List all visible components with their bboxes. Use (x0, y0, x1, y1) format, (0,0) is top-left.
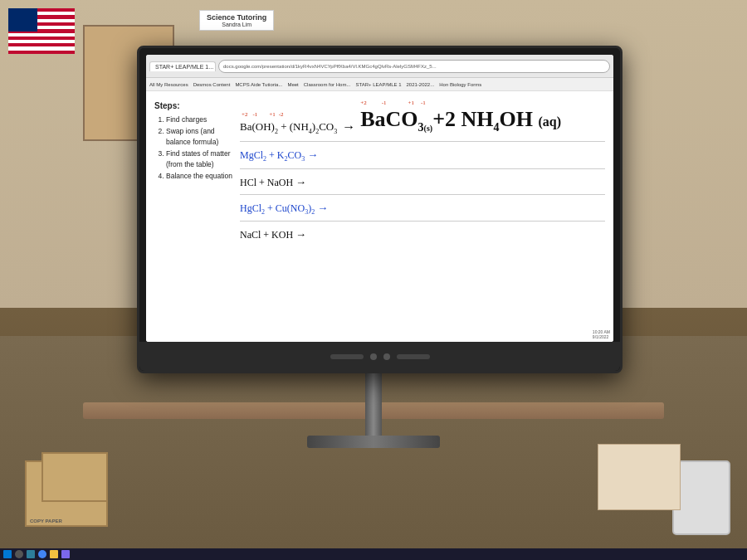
step-1: Find charges (166, 114, 233, 126)
stand-pole (365, 373, 382, 440)
main-equation-section: +2 -1 +1 -2 Ba(OH)2 + (NH4)2CO3 → (240, 100, 605, 134)
step-2: Swap ions (and balance formula) (166, 126, 233, 149)
url-text: docs.google.com/presentation/d/1kyR4vxN4… (223, 64, 437, 69)
charge-nh4oh-nh4: +1 (408, 100, 414, 106)
equation-1: MgCl2 + K2CO3 → (240, 141, 605, 168)
edge-icon[interactable] (27, 550, 35, 558)
reactant-formula: Ba(OH)2 + (NH4)2CO3 (240, 120, 337, 133)
smartboard-screen: STAR+ LEAP/MLE 1... docs.google.com/pres… (146, 55, 613, 342)
student-desk (598, 444, 681, 510)
equation-2-arrow: → (295, 176, 306, 188)
tutoring-sign-text: Science Tutoring (207, 13, 266, 22)
url-bar[interactable]: docs.google.com/presentation/d/1kyR4vxN4… (218, 60, 610, 73)
bookmark-8[interactable]: Hon Biology Forms (439, 82, 481, 87)
smartboard-bottom-bar (139, 342, 620, 371)
menu-button[interactable] (383, 353, 390, 360)
bookmark-1[interactable]: All My Resources (149, 82, 188, 87)
equation-4: NaCl + KOH → (240, 221, 605, 246)
search-taskbar-icon[interactable] (15, 550, 23, 558)
timestamp: 10:20 AM 9/1/2022 (593, 329, 610, 339)
browser-tab[interactable]: STAR+ LEAP/MLE 1... (149, 61, 216, 71)
product-section: +2 -1 +1 -1 BaCO3(s)+2 NH4OH (aq) (360, 100, 561, 134)
teams-icon[interactable] (61, 550, 70, 558)
speaker-right (397, 354, 430, 359)
bookmarks-bar: All My Resources Desmos Content MCPS Aid… (146, 78, 613, 91)
main-arrow: → (342, 119, 355, 134)
charge-ba: +2 (242, 111, 247, 118)
stand-base (307, 436, 440, 448)
charge-baco3-co3: -1 (382, 100, 387, 106)
speaker-left (330, 354, 364, 359)
equation-2-text: HCl + NaOH (240, 177, 293, 189)
content-area: Steps: Find charges Swap ions (and balan… (146, 91, 613, 342)
charge-nh4oh-oh: -1 (421, 100, 426, 106)
reactant-section: +2 -1 +1 -2 Ba(OH)2 + (NH4)2CO3 (240, 111, 337, 135)
windows-taskbar (0, 548, 747, 560)
tutoring-sign: Science Tutoring Sandra Lim (199, 10, 274, 31)
step-4: Balance the equation (166, 171, 233, 183)
steps-title: Steps: (154, 100, 233, 112)
bookmark-7[interactable]: 2021-2022... (407, 82, 435, 87)
equation-3-arrow: → (317, 202, 328, 214)
tutoring-subtext: Sandra Lim (207, 22, 266, 27)
chrome-icon[interactable] (38, 550, 46, 558)
bookmark-5[interactable]: Classroom for Hom... (304, 82, 351, 87)
charge-nh4: +1 (269, 111, 275, 118)
charge-co3: -2 (279, 111, 284, 118)
steps-panel: Steps: Find charges Swap ions (and balan… (154, 100, 233, 334)
date-display: 9/1/2022 (593, 334, 610, 339)
charge-labels-reactant: +2 -1 +1 -2 (240, 111, 337, 118)
power-button[interactable] (370, 353, 377, 360)
browser-bar: STAR+ LEAP/MLE 1... docs.google.com/pres… (146, 55, 613, 78)
equation-3: HgCl2 + Cu(NO3)2 → (240, 194, 605, 221)
bookmark-2[interactable]: Desmos Content (193, 82, 231, 87)
equation-1-arrow: → (307, 149, 318, 161)
american-flag (8, 8, 75, 54)
windows-start-button[interactable] (3, 550, 12, 558)
equations-panel: +2 -1 +1 -2 Ba(OH)2 + (NH4)2CO3 → (240, 100, 605, 334)
cardboard-box-2 (42, 452, 108, 502)
equation-4-arrow: → (295, 228, 306, 241)
equation-1-text: MgCl2 + K2CO3 (240, 149, 305, 163)
charge-labels-product: +2 -1 +1 -1 (360, 100, 561, 106)
file-explorer-icon[interactable] (50, 550, 58, 558)
bookmark-6[interactable]: STAR+ LEAP/MLE 1 (355, 82, 401, 87)
step-3: Find states of matter (from the table) (166, 149, 233, 171)
storage-bin (672, 460, 730, 535)
product-formula: BaCO3(s)+2 NH4OH (aq) (360, 107, 561, 131)
smartboard: STAR+ LEAP/MLE 1... docs.google.com/pres… (137, 46, 622, 373)
bookmark-3[interactable]: MCPS Aide Tutioria... (235, 82, 282, 87)
bookmark-4[interactable]: Meet (287, 82, 298, 87)
equation-2: HCl + NaOH → (240, 168, 605, 194)
equation-4-text: NaCl + KOH (240, 229, 293, 241)
charge-oh: -1 (252, 111, 257, 118)
charge-baco3-ba: +2 (360, 100, 366, 106)
equation-3-text: HgCl2 + Cu(NO3)2 (240, 202, 315, 216)
